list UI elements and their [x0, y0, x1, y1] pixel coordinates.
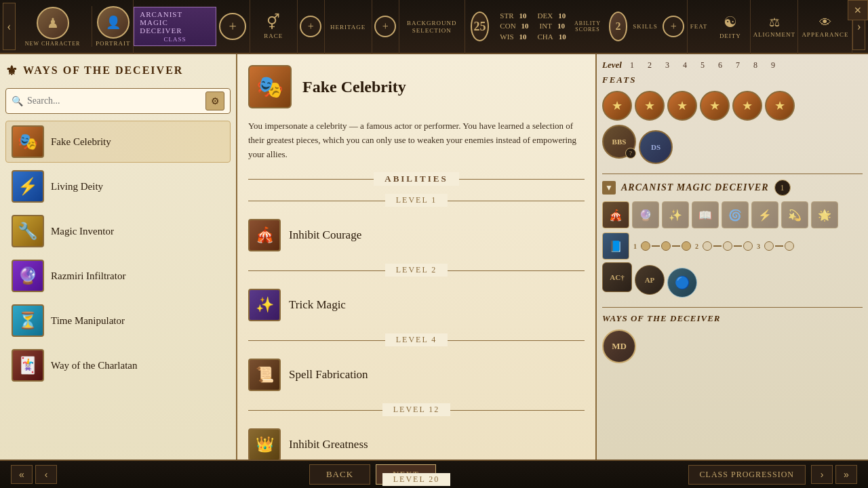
feat-icon-5[interactable]: ★	[732, 91, 762, 121]
deity-icon: ⚡	[12, 170, 44, 203]
time-icon: ⏳	[12, 304, 44, 337]
right-panel: Level 1 2 3 4 5 6 7 8 9 Feats ★ ★	[597, 54, 868, 488]
nav-appearance-tab[interactable]: 👁 Appearance	[798, 0, 852, 54]
nav-add-button[interactable]: +	[216, 0, 250, 54]
list-item-living-deity[interactable]: ⚡ Living Deity	[5, 165, 231, 207]
nav-add-heritage[interactable]: +	[298, 0, 325, 54]
nav-background-tab[interactable]: Background Selection	[399, 0, 465, 54]
nav-add-feat[interactable]: +	[660, 0, 688, 54]
wis-stat: WIS 10 CHA 10	[500, 32, 564, 42]
plus-background-icon: +	[374, 16, 396, 37]
prog-book-icon[interactable]: 📘	[602, 232, 629, 260]
sidebar-title: ⚜ Ways of the Deceiver	[5, 60, 231, 81]
nav-left-arrow[interactable]: ‹	[3, 3, 16, 50]
prog-dot-6	[743, 241, 753, 251]
con-stat: CON 10 INT 10	[500, 21, 564, 31]
class-abilities-top-row: 🎪 🔮 ✨ 📖 🌀 ⚡ 💫 🌟	[602, 201, 863, 228]
feat-icons-row: ★ ★ ★ ★ ★ ★	[602, 91, 863, 121]
class-ability-8[interactable]: 🌟	[811, 201, 838, 228]
progression-dots-2	[703, 241, 753, 251]
ability-description: You impersonate a celebrity — a famous a…	[248, 119, 585, 161]
bbs-badge: ?	[625, 148, 636, 159]
new-character-button[interactable]: ♟ New Character	[16, 4, 90, 49]
progression-dots	[641, 241, 691, 251]
feats-title: Feats	[602, 75, 863, 85]
back-button[interactable]: Back	[309, 464, 370, 485]
feat-special-row: BBS ? DS	[602, 125, 863, 164]
search-icon: 🔍	[12, 96, 23, 107]
level-progression: 📘 1 2 3	[602, 232, 863, 260]
nav-portrait-tab[interactable]: 👤 Portrait	[93, 0, 134, 54]
class-ability-1[interactable]: 🎪	[602, 201, 629, 228]
nav-class-tab[interactable]: Arcanist Magic Deceiver Class	[134, 7, 216, 46]
level4-divider: Level 4	[248, 333, 585, 346]
feat-icon-4[interactable]: ★	[700, 91, 730, 121]
class-ap-icon[interactable]: AP	[635, 265, 665, 295]
feat-icon-3[interactable]: ★	[667, 91, 697, 121]
abilities-divider: Abilities	[248, 172, 585, 186]
feat-icon-6[interactable]: ★	[765, 91, 795, 121]
class-ability-3[interactable]: ✨	[662, 201, 689, 228]
feat-icon-2[interactable]: ★	[635, 91, 665, 121]
inhibit-greatness-icon: 👑	[248, 428, 281, 461]
class-ability-7[interactable]: 💫	[781, 201, 808, 228]
ability-row-trick-magic[interactable]: ✨ Trick Magic	[248, 285, 585, 325]
feat-icon-1[interactable]: ★	[602, 91, 632, 121]
main-content: ⚜ Ways of the Deceiver 🔍 ⚙ 🎭 Fake Celebr…	[0, 54, 868, 488]
right-controls: Class Progression › »	[688, 465, 857, 485]
nav-heritage-tab[interactable]: Heritage	[325, 0, 372, 54]
class-name-label: Arcanist Magic Deceiver	[140, 10, 210, 35]
class-section: ▼ Arcanist Magic Deceiver 1 🎪 🔮 ✨ 📖 🌀 ⚡ …	[602, 174, 863, 302]
skills-badge[interactable]: 2	[609, 12, 628, 41]
skills-label: Skills	[633, 23, 658, 30]
middle-content: 🎭 Fake Celebrity You impersonate a celeb…	[237, 54, 597, 488]
class-ability-2[interactable]: 🔮	[632, 201, 659, 228]
portrait-preview: 👤	[97, 6, 130, 39]
search-input[interactable]	[27, 96, 201, 106]
class-level-badge: 1	[774, 180, 791, 196]
class-act-icon[interactable]: AC†	[602, 262, 632, 292]
ability-row-spell-fabrication[interactable]: 📜 Spell Fabrication	[248, 354, 585, 395]
inventor-icon: 🔧	[12, 215, 44, 247]
nav-race-tab[interactable]: ⚥ Race	[250, 0, 298, 54]
list-item-fake-celebrity[interactable]: 🎭 Fake Celebrity	[5, 121, 231, 163]
str-stat: STR 10 DEX 10	[500, 11, 564, 21]
ability-row-inhibit-courage[interactable]: 🎪 Inhibit Courage	[248, 215, 585, 256]
ability-title: Fake Celebrity	[302, 78, 406, 96]
nav-controls-left: « ‹	[11, 465, 57, 484]
class-ability-5[interactable]: 🌀	[722, 201, 749, 228]
nav-prev-button[interactable]: ‹	[35, 465, 57, 484]
ability-scores-group: STR 10 DEX 10 CON 10 INT 10 WIS 10 CHA 1…	[494, 9, 569, 43]
nav-next-button[interactable]: ›	[811, 465, 833, 484]
ability-main-icon: 🎭	[248, 65, 292, 108]
level-badge: 25	[471, 12, 490, 41]
list-item-razmiri-infiltrator[interactable]: 🔮 Razmiri Infiltrator	[5, 255, 231, 297]
nav-last-button[interactable]: »	[835, 465, 857, 484]
close-button[interactable]: ✕	[848, 0, 868, 20]
class-special-icons-row: AC† AP 🔵	[602, 262, 863, 298]
ways-section: Ways of the Deceiver MD	[602, 307, 863, 363]
list-item-magic-inventor[interactable]: 🔧 Magic Inventor	[5, 210, 231, 252]
class-ability-6[interactable]: ⚡	[751, 201, 778, 228]
ways-section-title: Ways of the Deceiver	[602, 313, 863, 324]
plus-feat-icon: +	[663, 16, 684, 37]
nav-alignment-tab[interactable]: ⚖ Alignment	[751, 0, 798, 54]
class-ability-4[interactable]: 📖	[692, 201, 719, 228]
nav-deity-tab[interactable]: ☯ Deity	[710, 0, 751, 54]
class-magic-icon[interactable]: 🔵	[667, 268, 697, 298]
nav-first-button[interactable]: «	[11, 465, 33, 484]
class-section-toggle[interactable]: ▼	[602, 181, 616, 195]
ways-md-icon[interactable]: MD	[602, 329, 636, 363]
prog-dot-8	[785, 241, 794, 251]
class-progression-button[interactable]: Class Progression	[688, 465, 806, 485]
feat-ds-icon[interactable]: DS	[639, 130, 673, 164]
level-header-row: Level 1 2 3 4 5 6 7 8 9	[602, 60, 863, 70]
nav-divider-1	[92, 6, 92, 47]
feat-bbs-icon[interactable]: BBS ?	[602, 125, 636, 159]
list-item-time-manipulator[interactable]: ⏳ Time Manipulator	[5, 300, 231, 342]
ability-header: 🎭 Fake Celebrity	[248, 65, 585, 108]
level1-divider: Level 1	[248, 194, 585, 207]
nav-add-background[interactable]: +	[372, 0, 399, 54]
search-filter-button[interactable]: ⚙	[205, 92, 224, 110]
list-item-way-of-charlatan[interactable]: 🃏 Way of the Charlatan	[5, 344, 231, 386]
